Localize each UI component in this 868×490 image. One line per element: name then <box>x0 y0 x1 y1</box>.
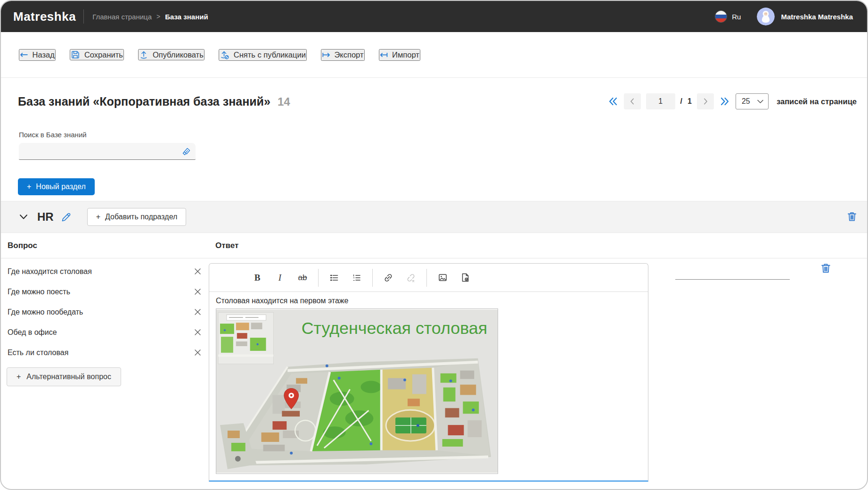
save-button[interactable]: Сохранить <box>70 49 124 60</box>
collapse-section-button[interactable] <box>18 212 29 222</box>
add-subsection-button[interactable]: + Добавить подраздел <box>87 208 187 226</box>
numbered-list-icon <box>352 273 361 282</box>
answer-title-input[interactable] <box>675 274 790 280</box>
map-title: Студенческая столовая <box>302 319 487 338</box>
unlink-icon <box>406 273 416 283</box>
close-icon <box>193 287 202 296</box>
breadcrumb-home-link[interactable]: Главная страница <box>92 13 152 21</box>
remove-question-button[interactable] <box>192 266 203 277</box>
unpublish-button[interactable]: Снять с публикации <box>219 49 307 61</box>
matryoshka-avatar-icon <box>757 8 775 25</box>
publish-up-arrow-icon <box>139 50 148 59</box>
plus-icon: + <box>27 183 31 191</box>
last-page-button[interactable] <box>719 96 730 107</box>
question-column-header: Вопрос <box>1 241 209 250</box>
close-icon <box>193 267 202 276</box>
bullet-list-button[interactable] <box>325 269 343 287</box>
trash-icon <box>820 262 832 275</box>
remove-question-button[interactable] <box>192 286 203 297</box>
editor-content[interactable]: Столовая находится на первом этаже <box>209 292 648 481</box>
answer-column-header: Ответ <box>209 241 238 250</box>
map-inset <box>218 312 273 364</box>
next-page-button[interactable] <box>697 93 714 109</box>
trash-icon <box>846 211 858 223</box>
remove-question-button[interactable] <box>192 307 203 317</box>
page-size-select[interactable]: 25 <box>736 93 769 109</box>
editor-toolbar: B I ab <box>209 264 648 292</box>
insert-link-button[interactable] <box>379 269 397 287</box>
avatar[interactable] <box>757 8 775 25</box>
export-button[interactable]: ↦ Экспорт <box>321 49 365 61</box>
russian-flag-icon[interactable] <box>715 10 727 23</box>
toolbar-separator <box>426 269 427 287</box>
breadcrumb-current: База знаний <box>165 13 208 21</box>
questions-list: Где находится столовая Где можно поесть … <box>1 258 209 482</box>
link-icon <box>383 273 393 283</box>
section-name: HR <box>37 210 54 224</box>
export-arrow-icon: ↦ <box>322 50 330 60</box>
remove-link-button[interactable] <box>402 269 420 287</box>
edit-section-button[interactable] <box>60 211 72 223</box>
question-item: Обед в офисе <box>8 322 209 342</box>
app-logo: Matreshka <box>13 9 76 24</box>
remove-question-button[interactable] <box>192 327 203 338</box>
close-icon <box>193 328 202 337</box>
app-window: Matreshka Главная страница > База знаний… <box>0 0 868 490</box>
total-pages: 1 <box>688 97 692 106</box>
delete-section-button[interactable] <box>846 211 858 223</box>
publish-button[interactable]: Опубликовать <box>138 49 205 60</box>
language-switcher[interactable]: Ru <box>732 13 741 21</box>
back-button[interactable]: ← Назад <box>19 49 56 61</box>
chevron-left-icon <box>628 97 637 106</box>
search-label: Поиск в Базе знаний <box>19 131 867 139</box>
numbered-list-button[interactable] <box>348 269 366 287</box>
breadcrumb-separator-icon: > <box>156 13 160 20</box>
clear-search-button[interactable] <box>181 146 192 157</box>
topbar-divider <box>83 9 84 24</box>
qa-row: Где находится столовая Где можно поесть … <box>1 258 867 482</box>
import-button[interactable]: ↤ Импорт <box>379 49 420 61</box>
rich-text-editor: B I ab <box>209 263 648 482</box>
bullet-list-icon <box>329 273 339 282</box>
back-arrow-icon: ← <box>20 50 28 60</box>
italic-button[interactable]: I <box>271 269 289 287</box>
qa-column-headers: Вопрос Ответ <box>1 233 867 258</box>
image-icon <box>438 273 448 282</box>
previous-page-button[interactable] <box>624 93 641 109</box>
pagination: / 1 25 записей на странице <box>607 93 857 109</box>
strikethrough-button[interactable]: ab <box>294 269 311 287</box>
answer-column: B I ab <box>209 258 867 482</box>
topbar-right: Ru Matreshka Matreshka <box>715 8 853 25</box>
close-icon <box>193 348 202 357</box>
add-alternative-question-button[interactable]: + Альтернативный вопрос <box>7 367 121 386</box>
toolbar-separator <box>318 269 319 287</box>
import-arrow-icon: ↤ <box>380 50 388 60</box>
unpublish-slashed-arrow-icon <box>220 50 229 60</box>
section-header-hr: HR + Добавить подраздел <box>1 201 867 233</box>
breadcrumb: Главная страница > База знаний <box>92 13 208 21</box>
chevron-down-icon <box>757 99 764 104</box>
insert-image-file-button[interactable] <box>456 269 474 287</box>
title-row: База знаний «Корпоративная база знаний» … <box>18 93 857 109</box>
first-page-button[interactable] <box>607 96 619 107</box>
floppy-disk-icon <box>71 50 80 59</box>
new-section-button[interactable]: + Новый раздел <box>18 178 95 195</box>
bold-button[interactable]: B <box>248 269 266 287</box>
search-block: Поиск в Базе знаний <box>19 131 867 160</box>
double-chevron-right-icon <box>719 96 730 107</box>
chevron-down-icon <box>18 212 29 222</box>
delete-answer-button[interactable] <box>820 262 832 275</box>
image-file-icon <box>460 273 470 282</box>
top-bar: Matreshka Главная страница > База знаний… <box>1 1 867 32</box>
toolbar-separator <box>372 269 373 287</box>
page-number-input[interactable] <box>646 93 675 109</box>
question-item: Где можно пообедать <box>8 302 209 322</box>
question-item: Есть ли столовая <box>8 342 209 363</box>
plus-icon: + <box>96 213 100 221</box>
user-name: Matreshka Matreshka <box>781 13 853 21</box>
eraser-icon <box>181 146 192 157</box>
insert-image-button[interactable] <box>434 269 451 287</box>
campus-map-image: Студенческая столовая <box>216 308 498 474</box>
remove-question-button[interactable] <box>192 347 203 358</box>
search-input[interactable] <box>19 143 196 160</box>
